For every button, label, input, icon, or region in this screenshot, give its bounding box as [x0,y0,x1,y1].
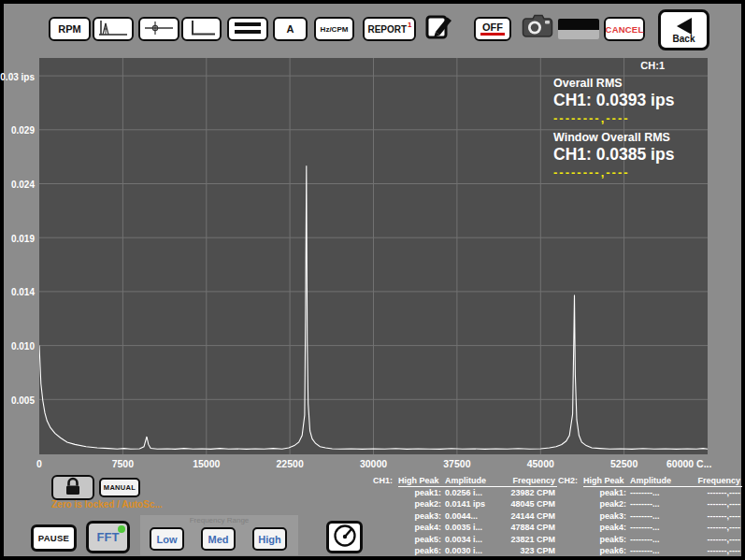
ch1-peak-rows: peak1:0.0256 i...23982 CPMpeak2:0.0141 i… [373,487,557,556]
ch1-col-frequency: Frequency [504,476,557,487]
window-rms-ch2-dashes: --------,---- [553,165,674,179]
window-rms-value: CH1: 0.0385 ips [553,145,674,165]
peak-frequency: 323 CPM [504,545,557,556]
x-tick-label: 52500 [610,458,638,469]
window-overall-rms-block: Window Overall RMS CH1: 0.0385 ips -----… [553,131,674,179]
fft-active-indicator [118,525,125,533]
peak-amplitude: --------... [630,487,689,498]
y-tick-label: 0.019 [11,234,35,244]
ch2-peak-table: CH2: High Peak Amplitude Frequency peak1… [558,476,742,556]
ch1-peak-table-header: CH1: High Peak Amplitude Frequency [373,476,557,487]
y-tick-label: 0.024 [11,179,35,190]
report-count-badge: 1 [408,21,411,29]
back-arrow-icon [674,17,695,36]
peak-row: peak6:--------...-------,---- [558,545,742,556]
axes-view-button[interactable] [181,17,222,41]
peak-row: peak5:0.0034 i...23821 CPM [373,534,557,545]
channel-label: CH:1 [640,60,665,71]
peak-frequency: -------,---- [689,487,742,498]
overall-rms-block: Overall RMS CH1: 0.0393 ips --------,---… [553,77,674,125]
off-button[interactable]: OFF [474,17,511,41]
y-tick-label: 0.014 [11,287,35,297]
pause-button[interactable]: PAUSE [31,524,77,552]
peak-row: peak6:0.0030 i...323 CPM [373,545,557,556]
peak-amplitude: 0.0034 i... [445,534,504,545]
window-rms-title: Window Overall RMS [553,131,674,144]
peak-row: peak2:--------...-------,---- [558,498,742,510]
cancel-button[interactable]: CANCEL [604,17,645,41]
axes-icon [187,19,217,39]
peak-label: peak5: [583,534,630,545]
amplitude-units-button[interactable]: A [273,17,308,41]
dual-bars-icon [233,19,263,39]
fft-label: FFT [97,530,120,544]
peak-label: peak1: [583,487,630,498]
peak-amplitude: 0.0141 ips [445,498,504,510]
ch1-peak-table: CH1: High Peak Amplitude Frequency peak1… [373,476,557,556]
edit-notes-icon [424,11,454,45]
range-high-button[interactable]: High [252,527,287,551]
spectrum-plot[interactable]: CH:1 Overall RMS CH1: 0.0393 ips -------… [39,58,708,454]
ch2-col-frequency: Frequency [689,476,742,487]
ch2-col-amplitude: Amplitude [630,476,689,487]
hz-cpm-button[interactable]: Hz/CPM [314,17,354,41]
spectrum-view-button[interactable] [93,17,134,41]
ch1-col-amplitude: Amplitude [445,476,504,487]
edit-notes-button[interactable] [423,12,454,43]
peak-frequency: 47884 CPM [504,522,557,533]
peak-row: peak3:0.0044...24144 CPM [373,510,557,522]
overall-rms-ch2-dashes: --------,---- [553,111,674,125]
peak-row: peak1:--------...-------,---- [558,487,742,498]
screenshot-button[interactable] [521,14,554,42]
y-tick-label: 0.005 [11,395,35,406]
x-tick-label: 15000 [193,458,220,469]
scale-lock-button[interactable] [51,475,94,500]
fft-mode-button[interactable]: FFT [86,521,130,553]
peak-frequency: -------,---- [689,522,742,533]
rpm-button[interactable]: RPM [49,17,91,41]
y-tick-label: 0.029 [11,125,35,136]
x-tick-label: 45000 [527,458,554,469]
x-axis-labels: 0750015000225003000037500450005250060000… [39,458,745,471]
gauge-icon [333,524,357,552]
padlock-icon [63,477,83,499]
peak-frequency: -------,---- [689,510,742,522]
range-low-button[interactable]: Low [150,527,184,551]
frequency-range-caption: Frequency Range [140,516,298,524]
peak-frequency: -------,---- [689,498,742,510]
cursor-marker-button[interactable] [138,17,179,41]
peak-amplitude: --------... [630,510,689,522]
peak-frequency: -------,---- [689,545,742,556]
ch2-prefix: CH2: [558,476,583,487]
back-label: Back [673,34,695,44]
ch2-col-high-peak: High Peak [583,476,630,487]
peak-label: peak3: [583,510,630,522]
range-med-button[interactable]: Med [201,527,236,551]
report-button[interactable]: REPORT 1 [363,17,416,41]
peak-frequency: 23821 CPM [504,534,557,545]
peak-amplitude: --------... [630,522,689,533]
x-tick-label: 60000 C... [666,458,711,469]
overall-rms-title: Overall RMS [553,77,674,90]
peak-frequency: 23982 CPM [504,487,557,498]
frequency-range-panel: Frequency Range Low Med High [140,515,298,555]
vibration-analyzer-screen: RPM [0,0,745,560]
dual-trace-button[interactable] [227,17,268,41]
spectrum-icon [97,19,129,39]
peak-amplitude: --------... [630,534,689,545]
peak-label: peak3: [398,510,445,522]
peak-label: peak4: [583,522,630,533]
ch1-prefix: CH1: [373,476,398,487]
manual-scale-button[interactable]: MANUAL [99,478,140,497]
peak-label: peak4: [398,522,445,533]
peak-amplitude: 0.0035 i... [445,522,504,533]
x-tick-label: 22500 [277,458,304,469]
display-toggle-button[interactable] [558,19,599,39]
back-button[interactable]: Back [658,9,709,50]
peak-amplitude: --------... [630,498,689,510]
zero-lock-status: Zero is locked / AutoSc... [51,499,163,510]
peak-amplitude: 0.0256 i... [445,487,504,498]
gauge-view-button[interactable] [326,521,363,553]
display-toggle-icon [558,19,599,30]
peak-label: peak6: [583,545,630,556]
